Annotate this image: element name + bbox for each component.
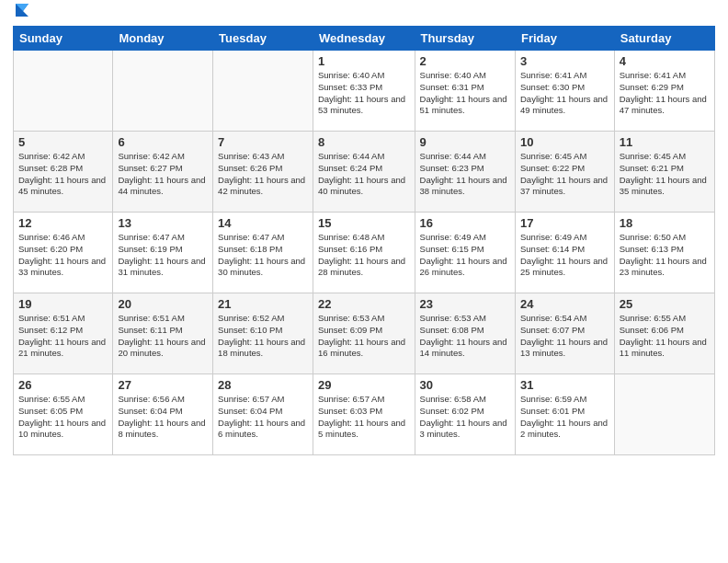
calendar-day-25: 25Sunrise: 6:55 AM Sunset: 6:06 PM Dayli…	[614, 293, 714, 374]
calendar-day-12: 12Sunrise: 6:46 AM Sunset: 6:20 PM Dayli…	[14, 213, 113, 293]
calendar-day-3: 3Sunrise: 6:41 AM Sunset: 6:30 PM Daylig…	[515, 51, 614, 132]
day-info: Sunrise: 6:47 AM Sunset: 6:19 PM Dayligh…	[118, 232, 208, 279]
calendar-day-19: 19Sunrise: 6:51 AM Sunset: 6:12 PM Dayli…	[14, 293, 113, 374]
day-number: 8	[318, 135, 410, 149]
calendar-day-22: 22Sunrise: 6:53 AM Sunset: 6:09 PM Dayli…	[313, 293, 415, 374]
day-number: 20	[118, 297, 208, 311]
day-info: Sunrise: 6:40 AM Sunset: 6:31 PM Dayligh…	[420, 70, 510, 117]
calendar-week-5: 26Sunrise: 6:55 AM Sunset: 6:05 PM Dayli…	[14, 374, 715, 455]
day-number: 30	[420, 378, 510, 392]
calendar-day-7: 7Sunrise: 6:43 AM Sunset: 6:26 PM Daylig…	[213, 132, 313, 213]
calendar-day-1: 1Sunrise: 6:40 AM Sunset: 6:33 PM Daylig…	[313, 51, 415, 132]
day-number: 15	[318, 216, 410, 230]
calendar-week-4: 19Sunrise: 6:51 AM Sunset: 6:12 PM Dayli…	[14, 293, 715, 374]
calendar-day-14: 14Sunrise: 6:47 AM Sunset: 6:18 PM Dayli…	[213, 213, 313, 293]
calendar-day-5: 5Sunrise: 6:42 AM Sunset: 6:28 PM Daylig…	[14, 132, 113, 213]
calendar-day-29: 29Sunrise: 6:57 AM Sunset: 6:03 PM Dayli…	[313, 374, 415, 455]
day-info: Sunrise: 6:49 AM Sunset: 6:15 PM Dayligh…	[420, 232, 510, 279]
page-container: Sunday Monday Tuesday Wednesday Thursday…	[0, 0, 728, 465]
day-info: Sunrise: 6:57 AM Sunset: 6:03 PM Dayligh…	[318, 394, 410, 441]
day-number: 16	[420, 216, 510, 230]
day-info: Sunrise: 6:58 AM Sunset: 6:02 PM Dayligh…	[420, 394, 510, 441]
header-thursday: Thursday	[415, 27, 515, 51]
calendar-day-27: 27Sunrise: 6:56 AM Sunset: 6:04 PM Dayli…	[113, 374, 213, 455]
calendar-day-17: 17Sunrise: 6:49 AM Sunset: 6:14 PM Dayli…	[515, 213, 614, 293]
day-number: 2	[420, 54, 510, 68]
header-monday: Monday	[113, 27, 213, 51]
day-info: Sunrise: 6:41 AM Sunset: 6:29 PM Dayligh…	[620, 70, 710, 117]
calendar-day-30: 30Sunrise: 6:58 AM Sunset: 6:02 PM Dayli…	[415, 374, 515, 455]
day-info: Sunrise: 6:55 AM Sunset: 6:06 PM Dayligh…	[620, 313, 710, 360]
day-info: Sunrise: 6:47 AM Sunset: 6:18 PM Dayligh…	[218, 232, 308, 279]
calendar-day-8: 8Sunrise: 6:44 AM Sunset: 6:24 PM Daylig…	[313, 132, 415, 213]
calendar-empty-cell	[113, 51, 213, 132]
day-info: Sunrise: 6:43 AM Sunset: 6:26 PM Dayligh…	[218, 151, 308, 198]
day-number: 3	[520, 54, 609, 68]
day-number: 11	[620, 135, 710, 149]
day-info: Sunrise: 6:56 AM Sunset: 6:04 PM Dayligh…	[118, 394, 208, 441]
calendar-day-20: 20Sunrise: 6:51 AM Sunset: 6:11 PM Dayli…	[113, 293, 213, 374]
day-number: 28	[218, 378, 308, 392]
day-number: 14	[218, 216, 308, 230]
day-number: 6	[118, 135, 208, 149]
header	[13, 9, 715, 18]
header-tuesday: Tuesday	[213, 27, 313, 51]
calendar-week-3: 12Sunrise: 6:46 AM Sunset: 6:20 PM Dayli…	[14, 213, 715, 293]
calendar-day-11: 11Sunrise: 6:45 AM Sunset: 6:21 PM Dayli…	[614, 132, 714, 213]
day-number: 18	[620, 216, 710, 230]
header-sunday: Sunday	[14, 27, 113, 51]
day-number: 10	[520, 135, 609, 149]
header-wednesday: Wednesday	[313, 27, 415, 51]
calendar-week-2: 5Sunrise: 6:42 AM Sunset: 6:28 PM Daylig…	[14, 132, 715, 213]
day-number: 24	[520, 297, 609, 311]
day-number: 17	[520, 216, 609, 230]
calendar-day-16: 16Sunrise: 6:49 AM Sunset: 6:15 PM Dayli…	[415, 213, 515, 293]
day-info: Sunrise: 6:51 AM Sunset: 6:11 PM Dayligh…	[118, 313, 208, 360]
day-number: 21	[218, 297, 308, 311]
calendar-day-13: 13Sunrise: 6:47 AM Sunset: 6:19 PM Dayli…	[113, 213, 213, 293]
calendar-day-18: 18Sunrise: 6:50 AM Sunset: 6:13 PM Dayli…	[614, 213, 714, 293]
calendar-day-24: 24Sunrise: 6:54 AM Sunset: 6:07 PM Dayli…	[515, 293, 614, 374]
day-info: Sunrise: 6:44 AM Sunset: 6:24 PM Dayligh…	[318, 151, 410, 198]
header-saturday: Saturday	[614, 27, 714, 51]
day-info: Sunrise: 6:45 AM Sunset: 6:22 PM Dayligh…	[520, 151, 609, 198]
day-info: Sunrise: 6:50 AM Sunset: 6:13 PM Dayligh…	[620, 232, 710, 279]
calendar-day-4: 4Sunrise: 6:41 AM Sunset: 6:29 PM Daylig…	[614, 51, 714, 132]
day-number: 5	[18, 135, 108, 149]
day-number: 1	[318, 54, 410, 68]
calendar-empty-cell	[614, 374, 714, 455]
day-info: Sunrise: 6:44 AM Sunset: 6:23 PM Dayligh…	[420, 151, 510, 198]
calendar-week-1: 1Sunrise: 6:40 AM Sunset: 6:33 PM Daylig…	[14, 51, 715, 132]
calendar-table: Sunday Monday Tuesday Wednesday Thursday…	[13, 26, 715, 455]
calendar-day-23: 23Sunrise: 6:53 AM Sunset: 6:08 PM Dayli…	[415, 293, 515, 374]
calendar-day-31: 31Sunrise: 6:59 AM Sunset: 6:01 PM Dayli…	[515, 374, 614, 455]
day-number: 22	[318, 297, 410, 311]
day-number: 27	[118, 378, 208, 392]
day-info: Sunrise: 6:45 AM Sunset: 6:21 PM Dayligh…	[620, 151, 710, 198]
day-number: 13	[118, 216, 208, 230]
calendar-day-10: 10Sunrise: 6:45 AM Sunset: 6:22 PM Dayli…	[515, 132, 614, 213]
day-info: Sunrise: 6:41 AM Sunset: 6:30 PM Dayligh…	[520, 70, 609, 117]
day-info: Sunrise: 6:53 AM Sunset: 6:08 PM Dayligh…	[420, 313, 510, 360]
calendar-empty-cell	[14, 51, 113, 132]
day-number: 31	[520, 378, 609, 392]
day-number: 29	[318, 378, 410, 392]
logo	[13, 9, 30, 18]
day-info: Sunrise: 6:54 AM Sunset: 6:07 PM Dayligh…	[520, 313, 609, 360]
calendar-day-2: 2Sunrise: 6:40 AM Sunset: 6:31 PM Daylig…	[415, 51, 515, 132]
day-info: Sunrise: 6:48 AM Sunset: 6:16 PM Dayligh…	[318, 232, 410, 279]
day-info: Sunrise: 6:57 AM Sunset: 6:04 PM Dayligh…	[218, 394, 308, 441]
day-number: 25	[620, 297, 710, 311]
calendar-day-6: 6Sunrise: 6:42 AM Sunset: 6:27 PM Daylig…	[113, 132, 213, 213]
calendar-day-21: 21Sunrise: 6:52 AM Sunset: 6:10 PM Dayli…	[213, 293, 313, 374]
calendar-day-9: 9Sunrise: 6:44 AM Sunset: 6:23 PM Daylig…	[415, 132, 515, 213]
day-info: Sunrise: 6:59 AM Sunset: 6:01 PM Dayligh…	[520, 394, 609, 441]
header-friday: Friday	[515, 27, 614, 51]
day-number: 9	[420, 135, 510, 149]
day-number: 7	[218, 135, 308, 149]
day-info: Sunrise: 6:51 AM Sunset: 6:12 PM Dayligh…	[18, 313, 108, 360]
day-number: 12	[18, 216, 108, 230]
day-number: 26	[18, 378, 108, 392]
weekday-header-row: Sunday Monday Tuesday Wednesday Thursday…	[14, 27, 715, 51]
day-info: Sunrise: 6:53 AM Sunset: 6:09 PM Dayligh…	[318, 313, 410, 360]
